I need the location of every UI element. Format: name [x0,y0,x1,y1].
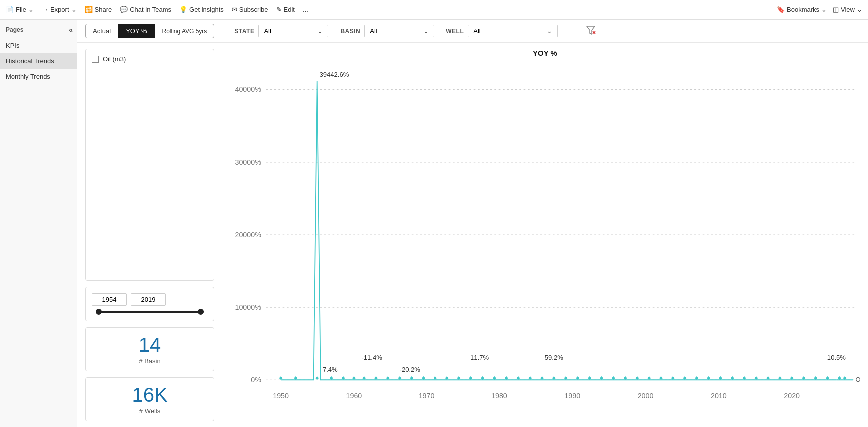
svg-text:1990: 1990 [564,392,580,400]
svg-marker-53 [671,376,675,380]
svg-text:10000%: 10000% [235,303,262,311]
svg-text:2010: 2010 [711,392,727,400]
range-thumb-right[interactable] [198,309,204,315]
view-icon: ◫ [833,6,839,13]
chart-container: 40000% 30000% 20000% 10000% 0% 1950 [230,61,860,427]
svg-marker-35 [457,376,460,380]
svg-marker-49 [624,376,627,380]
svg-text:2000: 2000 [638,392,654,400]
yoy-chart: 40000% 30000% 20000% 10000% 0% 1950 [230,61,860,427]
svg-marker-56 [707,376,710,380]
teams-icon: 💬 [120,6,128,13]
oil-checkbox[interactable] [92,56,99,63]
svg-marker-66 [826,376,829,380]
subscribe-icon: ✉ [232,6,237,13]
content: Actual YOY % Rolling AVG 5yrs STATE All … [77,20,868,427]
svg-marker-61 [766,376,770,380]
view-chevron: ⌄ [857,6,862,13]
svg-marker-65 [814,376,817,380]
svg-text:0%: 0% [251,376,261,384]
svg-marker-44 [564,376,568,380]
chat-teams-button[interactable]: 💬 Chat in Teams [120,6,171,13]
basin-select[interactable]: All ⌄ [364,25,434,37]
svg-marker-59 [742,376,746,380]
more-menu[interactable]: ... [303,6,308,13]
state-value: All [264,27,271,35]
tab-actual[interactable]: Actual [85,24,118,38]
svg-marker-37 [481,376,484,380]
basin-label-stat: # Basin [92,357,208,365]
svg-marker-43 [552,376,556,380]
well-filter-group: WELL All ⌄ [446,25,558,37]
svg-text:40000%: 40000% [235,85,262,93]
svg-marker-45 [576,376,579,380]
svg-marker-58 [731,376,734,380]
state-filter-group: STATE All ⌄ [234,25,328,37]
view-menu[interactable]: ◫ View ⌄ [833,6,862,13]
range-slider-track [96,311,204,313]
edit-button[interactable]: ✎ Edit [276,6,295,13]
svg-text:1980: 1980 [491,392,507,400]
state-label: STATE [234,28,254,35]
sidebar-monthly-label: Monthly Trends [6,73,50,80]
share-icon: 🔁 [85,6,93,13]
sidebar-item-kpis[interactable]: KPIs [0,38,77,53]
tab-rolling[interactable]: Rolling AVG 5yrs [155,24,215,38]
svg-marker-62 [778,376,782,380]
svg-marker-26 [352,376,356,380]
filter-clear-icon[interactable] [586,25,596,37]
range-start-input[interactable] [92,293,127,306]
well-value: All [473,27,480,35]
svg-marker-40 [516,376,520,380]
svg-text:10.5%: 10.5% [827,354,846,361]
file-chevron: ⌄ [28,6,34,13]
file-icon: 📄 [6,6,14,13]
collapse-icon[interactable]: « [69,26,73,34]
sidebar-item-monthly-trends[interactable]: Monthly Trends [0,69,77,84]
svg-marker-63 [790,376,794,380]
export-menu[interactable]: → Export ⌄ [42,6,77,13]
range-section [85,287,214,321]
svg-marker-46 [588,376,591,380]
svg-marker-57 [719,376,722,380]
state-select[interactable]: All ⌄ [258,25,328,37]
share-button[interactable]: 🔁 Share [85,6,112,13]
svg-marker-34 [445,376,449,380]
svg-text:1970: 1970 [419,392,434,400]
inner-layout: Oil (m3) 14 [77,43,868,427]
svg-text:7.4%: 7.4% [323,366,338,373]
range-thumb-left[interactable] [96,309,102,315]
svg-text:-20.2%: -20.2% [400,366,421,373]
wells-label-stat: # Wells [92,407,208,415]
sidebar-header: Pages « [0,24,77,38]
export-icon: → [42,6,48,13]
svg-marker-22 [294,376,297,380]
insights-button[interactable]: 💡 Get insights [179,6,224,13]
basin-label: BASIN [340,28,360,35]
svg-marker-38 [493,376,496,380]
range-inputs [92,293,208,306]
sidebar-item-historical-trends[interactable]: Historical Trends [0,53,77,69]
svg-marker-60 [754,376,758,380]
svg-marker-39 [505,376,508,380]
svg-text:Oil (m3): Oil (m3) [855,376,860,383]
toolbar: 📄 File ⌄ → Export ⌄ 🔁 Share 💬 Chat in Te… [0,0,868,20]
svg-text:39442.6%: 39442.6% [319,71,349,78]
svg-marker-76 [843,376,847,380]
well-select[interactable]: All ⌄ [468,25,558,37]
tab-yoy[interactable]: YOY % [118,24,154,38]
sidebar-kpis-label: KPIs [6,42,19,49]
svg-text:1960: 1960 [346,392,362,400]
bookmarks-menu[interactable]: 🔖 Bookmarks ⌄ [777,6,827,13]
svg-marker-25 [341,376,345,380]
svg-text:11.7%: 11.7% [470,354,489,361]
file-menu[interactable]: 📄 File ⌄ [6,6,34,13]
well-chevron: ⌄ [547,27,552,35]
subscribe-button[interactable]: ✉ Subscribe [232,6,268,13]
svg-text:-11.4%: -11.4% [361,354,382,361]
basin-value: All [370,27,377,35]
range-end-input[interactable] [131,293,166,306]
svg-marker-28 [374,376,378,380]
svg-marker-36 [469,376,472,380]
chart-title: YOY % [230,49,860,57]
